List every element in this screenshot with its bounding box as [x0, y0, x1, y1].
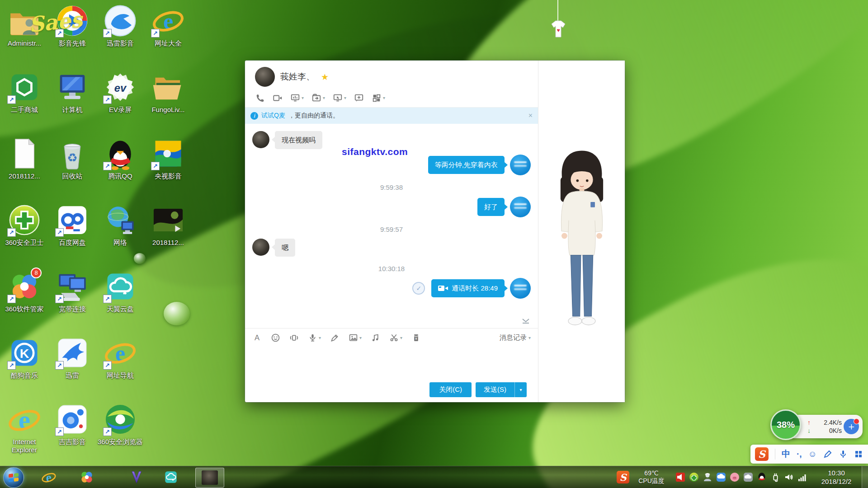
tray-qq-icon[interactable]: [756, 472, 767, 483]
message-input[interactable]: [245, 347, 538, 377]
button-row: 关闭(C) 发送(S) ▾: [245, 377, 538, 402]
desktop-icon-doc-2018112[interactable]: 2018112...: [1, 136, 48, 180]
desktop-icon-yingyin-xianfeng[interactable]: ↗影音先锋: [49, 4, 96, 47]
tray-app-blue-icon[interactable]: [716, 472, 726, 483]
desktop-icon-label: 腾讯QQ: [97, 172, 144, 180]
tray-volume-icon[interactable]: [783, 472, 794, 483]
input-image-icon[interactable]: ▾: [349, 333, 362, 343]
desktop-icon-label: Administr...: [1, 39, 48, 47]
tray-cloud-gray-icon[interactable]: [743, 472, 754, 483]
toolbar-remote-assist-icon[interactable]: ▾: [333, 93, 346, 103]
desktop-icon-xunlei-yingyin[interactable]: ↗迅雷影音: [97, 4, 144, 47]
peer-avatar[interactable]: [252, 131, 269, 148]
desktop-icon-360-anquan-liulanqi[interactable]: ↗360安全浏览器: [97, 402, 144, 446]
desktop-icon-tengxun-qq[interactable]: ↗腾讯QQ: [97, 136, 144, 180]
message-bubble[interactable]: 嗯: [275, 239, 295, 257]
ime-chinese-icon[interactable]: 中: [782, 448, 790, 460]
desktop-icon-video-2018112[interactable]: 2018112...: [145, 203, 192, 247]
desktop-icon-label: 网址导航: [97, 371, 144, 380]
desktop-icon-wangzhi-daohang[interactable]: e↗网址导航: [97, 336, 144, 380]
cntv-mosaic-icon: ↗: [151, 136, 185, 171]
close-chat-button[interactable]: 关闭(C): [429, 382, 472, 397]
start-button[interactable]: [3, 467, 24, 488]
ime-handwriting-icon[interactable]: [823, 450, 832, 459]
toolbar-voice-call-icon[interactable]: [255, 93, 265, 103]
tray-person-icon[interactable]: [702, 472, 713, 483]
message-timestamp: 9:59:38: [245, 183, 538, 191]
accelerate-button[interactable]: ＋: [844, 419, 859, 434]
desktop-icon-tianyi-yunpan[interactable]: ↗天翼云盘: [97, 269, 144, 313]
desktop-icon-jiji-yingyin[interactable]: ↗吉吉影音: [49, 402, 96, 446]
taskbar-active-chat-window[interactable]: [195, 468, 224, 488]
input-voice-message-icon[interactable]: ▾: [308, 333, 321, 343]
input-red-packet-icon[interactable]: ¥: [411, 333, 421, 343]
peer-avatar[interactable]: [252, 239, 269, 256]
input-font-style-icon[interactable]: A: [252, 333, 262, 343]
desktop-icon-360-ruanjian-guanjia[interactable]: ↗8360软件管家: [1, 269, 48, 313]
qq-chat-window: 莪姓李、 ★ ▾ — □ × ▾▾▾▾ i 试试Q麦 ，更自由的通话。 × si…: [245, 61, 625, 402]
self-avatar[interactable]: [510, 278, 531, 299]
taskbar-browser-colorful[interactable]: [78, 469, 96, 486]
input-window-shake-icon[interactable]: [289, 333, 299, 343]
desktop-icon-wangzhi-daquan[interactable]: e↗网址大全: [145, 4, 192, 47]
show-desktop-button[interactable]: [862, 466, 868, 488]
qmic-link[interactable]: 试试Q麦: [261, 112, 285, 120]
message-bubble[interactable]: 好了: [477, 198, 505, 216]
tray-app-pink-icon[interactable]: [729, 472, 740, 483]
memory-ball[interactable]: 38%: [770, 409, 801, 440]
taskbar-internet-explorer[interactable]: e: [40, 469, 58, 486]
ime-keyboard-icon[interactable]: [854, 450, 863, 459]
toolbar-send-file-icon[interactable]: ▾: [311, 93, 325, 103]
desktop-icon-fungolive[interactable]: FungoLiv...: [145, 70, 192, 114]
peer-avatar[interactable]: [255, 67, 275, 87]
input-screenshot-icon[interactable]: ▾: [389, 333, 402, 343]
tray-network-signal-icon[interactable]: [797, 472, 808, 483]
clock[interactable]: 10:30 2018/12/2: [815, 469, 858, 486]
banner-text: ，更自由的通话。: [288, 112, 339, 120]
desktop-icon-label: 2018112...: [1, 172, 48, 180]
input-handwriting-icon[interactable]: [330, 333, 340, 343]
tray-360-ball-icon[interactable]: [689, 472, 699, 483]
banner-close-icon[interactable]: ×: [528, 112, 533, 120]
tray-megaphone-icon[interactable]: [675, 472, 686, 483]
tray-sogou-icon[interactable]: S: [617, 471, 629, 483]
desktop-icon-ev-luping[interactable]: ev↗EV录屏: [97, 70, 144, 114]
desktop-icon-ershou-shangcheng[interactable]: ↗二手商城: [1, 70, 48, 114]
send-button[interactable]: 发送(S) ▾: [476, 382, 527, 397]
desktop-icon-wangluo[interactable]: 网络: [97, 203, 144, 247]
scroll-to-bottom-icon[interactable]: [522, 317, 530, 325]
message-bubble[interactable]: 等两分钟,先穿着内衣: [428, 156, 505, 174]
ime-punctuation-icon[interactable]: ·,: [797, 449, 802, 459]
desktop-icon-huishouzhan[interactable]: ♻回收站: [49, 136, 96, 180]
desktop-icon-kugou-yinyue[interactable]: K↗酷狗音乐: [1, 336, 48, 380]
desktop-icon-jisuanji[interactable]: 计算机: [49, 70, 96, 114]
desktop-icon-xunlei[interactable]: ↗迅雷: [49, 336, 96, 380]
desktop-icon-yangshi-yingyin[interactable]: ↗央视影音: [145, 136, 192, 180]
toolbar-video-call-icon[interactable]: [273, 93, 283, 103]
sogou-logo-icon[interactable]: S: [755, 447, 769, 461]
toolbar-screen-demo-icon[interactable]: ▾: [290, 93, 304, 103]
taskbar-player-v[interactable]: [127, 469, 146, 486]
self-avatar[interactable]: [510, 155, 531, 175]
desktop-icon-internet-explorer[interactable]: eInternet Explorer: [1, 402, 48, 454]
self-avatar[interactable]: [510, 197, 531, 217]
input-music-icon[interactable]: [371, 333, 380, 343]
taskbar-tianyi-cloud[interactable]: [162, 469, 180, 486]
send-options-caret-icon[interactable]: ▾: [514, 382, 527, 397]
input-emoji-icon[interactable]: [271, 333, 280, 343]
toolbar-create-group-icon[interactable]: [354, 93, 364, 103]
swoosh-play-icon: ↗: [103, 4, 137, 38]
toolbar-apps-grid-icon[interactable]: ▾: [372, 93, 385, 103]
message-history-button[interactable]: 消息记录▾: [500, 333, 531, 342]
desktop-icon-360-anquan-weishi[interactable]: ↗360安全卫士: [1, 203, 48, 247]
ime-voice-icon[interactable]: [839, 450, 848, 459]
desktop-icon-administrator[interactable]: Administr...: [1, 4, 48, 47]
tray-power-plug-icon[interactable]: [770, 472, 781, 483]
desktop-icon-kuandai-lianjie[interactable]: ↗宽带连接: [49, 269, 96, 313]
water-droplet: [134, 253, 146, 264]
ime-emoji-icon[interactable]: ☺: [808, 449, 817, 459]
desktop-icon-label: EV录屏: [97, 106, 144, 114]
message-bubble[interactable]: 通话时长 28:49: [431, 279, 505, 297]
message-bubble[interactable]: 现在视频吗: [275, 131, 322, 149]
desktop-icon-baidu-wangpan[interactable]: ↗百度网盘: [49, 203, 96, 247]
